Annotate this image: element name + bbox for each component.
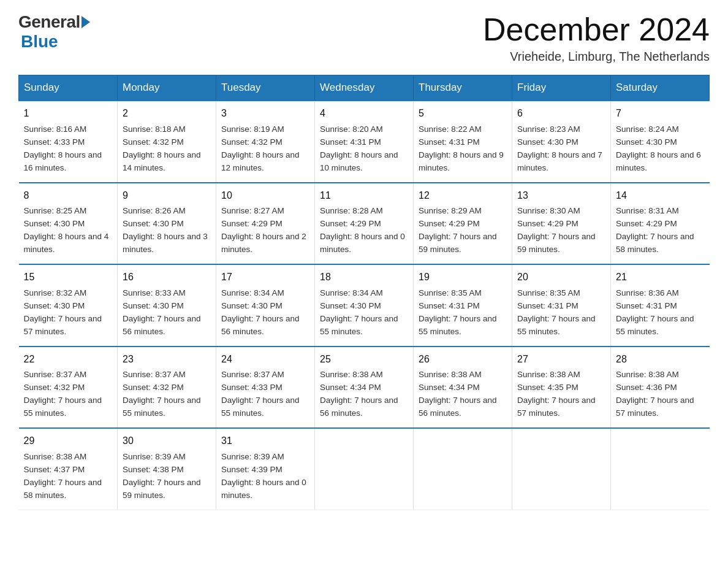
day-number: 25: [320, 352, 408, 367]
calendar-cell: 5Sunrise: 8:22 AMSunset: 4:31 PMDaylight…: [414, 101, 512, 182]
title-section: December 2024 Vrieheide, Limburg, The Ne…: [483, 12, 710, 64]
calendar-cell: 27Sunrise: 8:38 AMSunset: 4:35 PMDayligh…: [512, 347, 611, 428]
day-number: 20: [517, 270, 605, 285]
day-detail: Sunrise: 8:39 AMSunset: 4:39 PMDaylight:…: [221, 452, 306, 500]
calendar-cell: [611, 428, 710, 510]
calendar-week-row: 15Sunrise: 8:32 AMSunset: 4:30 PMDayligh…: [19, 264, 710, 346]
day-number: 26: [419, 352, 507, 367]
logo: General Blue: [18, 12, 90, 52]
day-number: 4: [320, 106, 408, 121]
calendar-week-row: 8Sunrise: 8:25 AMSunset: 4:30 PMDaylight…: [19, 183, 710, 264]
logo-arrow-icon: [82, 16, 90, 28]
header-thursday: Thursday: [414, 75, 512, 101]
calendar-cell: 25Sunrise: 8:38 AMSunset: 4:34 PMDayligh…: [315, 347, 414, 428]
day-detail: Sunrise: 8:37 AMSunset: 4:32 PMDaylight:…: [123, 370, 201, 418]
day-detail: Sunrise: 8:38 AMSunset: 4:34 PMDaylight:…: [320, 370, 398, 418]
day-number: 16: [123, 270, 211, 285]
header-saturday: Saturday: [611, 75, 710, 101]
calendar-cell: 8Sunrise: 8:25 AMSunset: 4:30 PMDaylight…: [19, 183, 118, 264]
header-monday: Monday: [118, 75, 216, 101]
day-number: 19: [419, 270, 507, 285]
day-number: 17: [221, 270, 309, 285]
calendar-cell: 16Sunrise: 8:33 AMSunset: 4:30 PMDayligh…: [118, 264, 216, 346]
day-detail: Sunrise: 8:31 AMSunset: 4:29 PMDaylight:…: [616, 206, 694, 254]
day-detail: Sunrise: 8:35 AMSunset: 4:31 PMDaylight:…: [419, 288, 497, 336]
calendar-cell: 26Sunrise: 8:38 AMSunset: 4:34 PMDayligh…: [414, 347, 512, 428]
calendar-cell: 30Sunrise: 8:39 AMSunset: 4:38 PMDayligh…: [118, 428, 216, 510]
day-detail: Sunrise: 8:19 AMSunset: 4:32 PMDaylight:…: [221, 124, 300, 172]
day-number: 23: [123, 352, 211, 367]
calendar-cell: 4Sunrise: 8:20 AMSunset: 4:31 PMDaylight…: [315, 101, 414, 182]
day-detail: Sunrise: 8:36 AMSunset: 4:31 PMDaylight:…: [616, 288, 694, 336]
day-number: 24: [221, 352, 309, 367]
calendar-cell: [315, 428, 414, 510]
calendar-cell: 29Sunrise: 8:38 AMSunset: 4:37 PMDayligh…: [19, 428, 118, 510]
day-number: 7: [616, 106, 705, 121]
calendar-week-row: 1Sunrise: 8:16 AMSunset: 4:33 PMDaylight…: [19, 101, 710, 182]
calendar-cell: 11Sunrise: 8:28 AMSunset: 4:29 PMDayligh…: [315, 183, 414, 264]
day-detail: Sunrise: 8:22 AMSunset: 4:31 PMDaylight:…: [419, 124, 504, 172]
day-number: 11: [320, 188, 408, 204]
day-number: 5: [419, 106, 507, 121]
day-number: 15: [24, 270, 113, 285]
day-number: 21: [616, 270, 705, 285]
header-friday: Friday: [512, 75, 611, 101]
day-number: 27: [517, 352, 605, 367]
day-detail: Sunrise: 8:23 AMSunset: 4:30 PMDaylight:…: [517, 124, 602, 172]
logo-blue-text: Blue: [21, 32, 58, 52]
calendar-cell: 19Sunrise: 8:35 AMSunset: 4:31 PMDayligh…: [414, 264, 512, 346]
day-detail: Sunrise: 8:18 AMSunset: 4:32 PMDaylight:…: [123, 124, 201, 172]
day-detail: Sunrise: 8:26 AMSunset: 4:30 PMDaylight:…: [123, 206, 208, 254]
calendar-cell: 23Sunrise: 8:37 AMSunset: 4:32 PMDayligh…: [118, 347, 216, 428]
day-number: 14: [616, 188, 705, 204]
calendar-week-row: 29Sunrise: 8:38 AMSunset: 4:37 PMDayligh…: [19, 428, 710, 510]
day-detail: Sunrise: 8:34 AMSunset: 4:30 PMDaylight:…: [221, 288, 300, 336]
page-header: General Blue December 2024 Vrieheide, Li…: [18, 12, 710, 64]
day-number: 9: [123, 188, 211, 204]
header-wednesday: Wednesday: [315, 75, 414, 101]
day-detail: Sunrise: 8:30 AMSunset: 4:29 PMDaylight:…: [517, 206, 596, 254]
calendar-cell: 9Sunrise: 8:26 AMSunset: 4:30 PMDaylight…: [118, 183, 216, 264]
header-tuesday: Tuesday: [216, 75, 315, 101]
calendar-header-row: Sunday Monday Tuesday Wednesday Thursday…: [19, 75, 710, 101]
header-sunday: Sunday: [19, 75, 118, 101]
day-number: 10: [221, 188, 309, 204]
day-detail: Sunrise: 8:37 AMSunset: 4:33 PMDaylight:…: [221, 370, 300, 418]
calendar-cell: 3Sunrise: 8:19 AMSunset: 4:32 PMDaylight…: [216, 101, 315, 182]
day-detail: Sunrise: 8:38 AMSunset: 4:34 PMDaylight:…: [419, 370, 497, 418]
calendar-cell: 28Sunrise: 8:38 AMSunset: 4:36 PMDayligh…: [611, 347, 710, 428]
calendar-cell: 2Sunrise: 8:18 AMSunset: 4:32 PMDaylight…: [118, 101, 216, 182]
day-detail: Sunrise: 8:25 AMSunset: 4:30 PMDaylight:…: [24, 206, 109, 254]
calendar-cell: 31Sunrise: 8:39 AMSunset: 4:39 PMDayligh…: [216, 428, 315, 510]
day-number: 31: [221, 434, 309, 449]
day-number: 3: [221, 106, 309, 121]
calendar-cell: [512, 428, 611, 510]
day-number: 2: [123, 106, 211, 121]
day-detail: Sunrise: 8:16 AMSunset: 4:33 PMDaylight:…: [24, 124, 102, 172]
location-text: Vrieheide, Limburg, The Netherlands: [483, 50, 710, 64]
calendar-cell: 14Sunrise: 8:31 AMSunset: 4:29 PMDayligh…: [611, 183, 710, 264]
calendar-cell: 24Sunrise: 8:37 AMSunset: 4:33 PMDayligh…: [216, 347, 315, 428]
day-detail: Sunrise: 8:32 AMSunset: 4:30 PMDaylight:…: [24, 288, 102, 336]
day-number: 13: [517, 188, 605, 204]
day-number: 18: [320, 270, 408, 285]
day-detail: Sunrise: 8:29 AMSunset: 4:29 PMDaylight:…: [419, 206, 497, 254]
day-detail: Sunrise: 8:38 AMSunset: 4:35 PMDaylight:…: [517, 370, 596, 418]
day-detail: Sunrise: 8:27 AMSunset: 4:29 PMDaylight:…: [221, 206, 306, 254]
calendar-cell: 1Sunrise: 8:16 AMSunset: 4:33 PMDaylight…: [19, 101, 118, 182]
day-detail: Sunrise: 8:24 AMSunset: 4:30 PMDaylight:…: [616, 124, 701, 172]
day-number: 1: [24, 106, 113, 121]
day-number: 28: [616, 352, 705, 367]
day-detail: Sunrise: 8:28 AMSunset: 4:29 PMDaylight:…: [320, 206, 405, 254]
calendar-cell: [414, 428, 512, 510]
day-number: 6: [517, 106, 605, 121]
day-detail: Sunrise: 8:38 AMSunset: 4:37 PMDaylight:…: [24, 452, 102, 500]
calendar-cell: 13Sunrise: 8:30 AMSunset: 4:29 PMDayligh…: [512, 183, 611, 264]
day-number: 30: [123, 434, 211, 449]
day-detail: Sunrise: 8:38 AMSunset: 4:36 PMDaylight:…: [616, 370, 694, 418]
calendar-cell: 20Sunrise: 8:35 AMSunset: 4:31 PMDayligh…: [512, 264, 611, 346]
calendar-cell: 15Sunrise: 8:32 AMSunset: 4:30 PMDayligh…: [19, 264, 118, 346]
calendar-cell: 18Sunrise: 8:34 AMSunset: 4:30 PMDayligh…: [315, 264, 414, 346]
day-number: 22: [24, 352, 113, 367]
calendar-cell: 22Sunrise: 8:37 AMSunset: 4:32 PMDayligh…: [19, 347, 118, 428]
